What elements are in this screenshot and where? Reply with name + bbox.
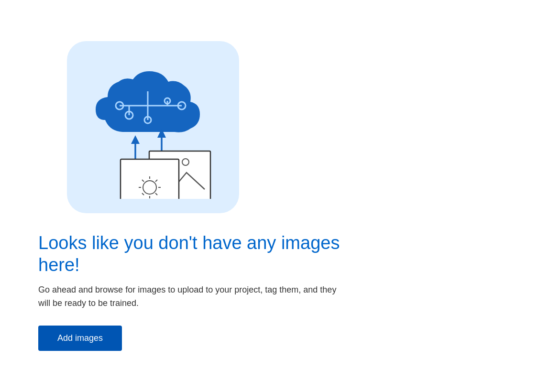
svg-marker-1 bbox=[131, 135, 140, 144]
illustration-container bbox=[67, 41, 239, 213]
svg-rect-6 bbox=[121, 159, 179, 199]
cloud-group bbox=[96, 71, 200, 132]
ai-upload-illustration bbox=[81, 55, 225, 199]
page-heading: Looks like you don't have any images her… bbox=[38, 232, 373, 276]
image-card-front bbox=[121, 159, 179, 199]
page-description: Go ahead and browse for images to upload… bbox=[38, 283, 349, 310]
main-content: Looks like you don't have any images her… bbox=[38, 41, 373, 351]
add-images-button[interactable]: Add images bbox=[38, 326, 122, 351]
